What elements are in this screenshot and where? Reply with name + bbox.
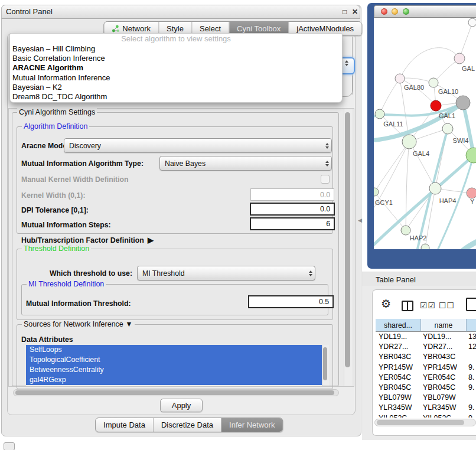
combo-stepper-icon (323, 143, 331, 149)
table-hscrollbar-thumb[interactable] (377, 420, 464, 425)
gear-icon[interactable]: ⚙ (381, 298, 391, 309)
network-node[interactable] (429, 78, 438, 87)
column-header[interactable] (467, 319, 476, 332)
table-cell: YER054C (421, 373, 467, 383)
network-node-label: GAL80 (404, 84, 424, 91)
apply-button[interactable]: Apply (160, 399, 203, 412)
deselect-all-checkboxes-icon[interactable]: ☐☐ (439, 301, 455, 310)
algorithm-option[interactable]: Bayesian – K2 (10, 83, 342, 92)
bottom-tab-impute-data[interactable]: Impute Data (96, 418, 154, 432)
network-node[interactable] (431, 100, 441, 111)
select-all-checkboxes-icon[interactable]: ☑☑ (420, 301, 436, 310)
settings-scrollbar-thumb[interactable] (345, 112, 350, 367)
table-cell: 9. (467, 383, 476, 393)
table-document-icon[interactable] (466, 298, 476, 311)
attributes-hscrollbar-thumb[interactable] (15, 390, 334, 395)
window-close-traffic-light[interactable] (381, 8, 387, 15)
network-node[interactable] (401, 226, 410, 235)
dpi-tolerance-label: DPI Tolerance [0,1]: (21, 206, 89, 214)
control-panel-title: Control Panel (6, 7, 53, 16)
network-node[interactable] (456, 96, 470, 110)
network-node-label: HAP2 (410, 234, 427, 242)
table-row[interactable]: YDR27...YDR27...12 (376, 342, 476, 352)
table-cell: YER054C (376, 373, 421, 383)
mi-steps-field[interactable]: 6 (250, 217, 335, 230)
hub-definition-toggle[interactable]: Hub/Transcription Factor Definition▶ (21, 236, 154, 244)
table-cell: YPR145W (421, 363, 467, 373)
mi-type-value: Naive Bayes (160, 159, 206, 168)
which-threshold-combo[interactable]: MI Threshold (137, 266, 315, 281)
table-row[interactable]: YBR045CYBR045C9. (376, 383, 476, 393)
dpi-tolerance-value: 0.0 (320, 205, 334, 213)
table-cell (467, 352, 476, 362)
bottom-tab-discretize-data[interactable]: Discretize Data (154, 418, 221, 432)
network-node[interactable] (374, 188, 379, 196)
window-minimize-traffic-light[interactable] (392, 8, 398, 15)
network-node[interactable] (467, 188, 476, 198)
algorithm-option[interactable]: ARACNE Algorithm (10, 63, 342, 73)
network-canvas[interactable]: GALGAL80GAL10GAL1GAL11SWI4GAL4GCY1HAP4YH… (374, 18, 476, 249)
mi-threshold-field[interactable]: 0.5 (248, 295, 334, 308)
attribute-list-item[interactable]: TopologicalCoefficient (26, 355, 328, 365)
attribute-list-item[interactable]: BetweennessCentrality (26, 365, 328, 375)
table-cell: YLR345W (421, 403, 467, 413)
table-cell: YPR145W (376, 363, 421, 373)
table-row[interactable]: YBR043CYBR043C (376, 352, 476, 362)
network-node[interactable] (442, 123, 453, 134)
algorithm-option[interactable]: Bayesian – Hill Climbing (10, 44, 342, 54)
algorithm-dropdown-items: Bayesian – Hill ClimbingBasic Correlatio… (10, 44, 342, 102)
network-node[interactable] (375, 109, 384, 119)
close-icon[interactable]: ✕ (352, 8, 358, 16)
network-node[interactable] (402, 135, 416, 149)
network-window-titlebar[interactable] (374, 5, 476, 18)
table-row[interactable]: YIL052CYIL052C9 (376, 413, 476, 418)
attribute-list-item[interactable]: gal4RGexp (26, 375, 328, 385)
aracne-mode-combo[interactable]: Discovery (64, 138, 332, 153)
network-node[interactable] (395, 74, 405, 83)
kernel-width-value: 0.0 (320, 191, 334, 199)
data-attributes-list: SelfLoopsTopologicalCoefficientBetweenne… (26, 345, 328, 386)
algorithm-dropdown-placeholder: Select algorithm to view settings (10, 34, 342, 44)
table-row[interactable]: YDL19...YDL19...13 (376, 332, 476, 342)
manual-kernel-checkbox[interactable] (321, 175, 330, 184)
table-row[interactable]: YER054CYER054C8. (376, 373, 476, 383)
column-header[interactable]: shared... (376, 319, 421, 332)
table-cell: 9. (467, 363, 476, 373)
table-row[interactable]: YPR145WYPR145W9. (376, 363, 476, 373)
algorithm-dropdown-popup: Select algorithm to view settings Bayesi… (9, 33, 343, 103)
combo-stepper-icon (323, 161, 331, 167)
column-header[interactable]: name (421, 319, 467, 332)
bottom-tabs: Impute DataDiscretize DataInfer Network (95, 418, 283, 432)
tab-label: Impute Data (103, 420, 145, 429)
network-node[interactable] (429, 182, 441, 194)
attributes-vscrollbar-thumb[interactable] (323, 347, 327, 380)
expanded-arrow-icon[interactable]: ▼ (125, 320, 132, 328)
tab-label: Select (200, 24, 221, 33)
bottom-tab-infer-network[interactable]: Infer Network (221, 418, 282, 432)
window-zoom-traffic-light[interactable] (403, 8, 409, 15)
table-cell: 9. (467, 403, 476, 413)
table-row[interactable]: YLR345WYLR345W9. (376, 403, 476, 413)
network-node[interactable] (454, 53, 465, 64)
algorithm-option[interactable]: Mutual Information Inference (10, 73, 342, 83)
mi-type-combo[interactable]: Naive Bayes (159, 156, 332, 171)
network-node-label: GAL (462, 65, 475, 72)
sources-group-title: Sources for Network Inference ▼ (22, 320, 135, 328)
network-node[interactable] (468, 18, 476, 27)
combo-stepper-icon (307, 270, 315, 276)
attribute-list-item[interactable]: SelfLoops (26, 345, 328, 355)
table-cell: YBR045C (421, 383, 467, 393)
columns-icon[interactable] (402, 301, 413, 311)
split-divider-arrow-icon[interactable]: ◀ (358, 217, 362, 223)
manual-kernel-label: Manual Kernel Width Definition (21, 175, 129, 184)
mi-threshold-group-title: MI Threshold Definition (27, 280, 106, 288)
collapsed-panel-icon[interactable] (4, 442, 15, 450)
algorithm-option[interactable]: Basic Correlation Inference (10, 54, 342, 63)
network-node[interactable] (421, 244, 429, 249)
dpi-tolerance-field[interactable]: 0.0 (250, 203, 335, 216)
table-cell: YDL19... (376, 332, 421, 342)
table-row[interactable]: YBL079WYBL079W (376, 393, 476, 403)
algorithm-option[interactable]: Dream8 DC_TDC Algorithm (10, 92, 342, 102)
kernel-width-field[interactable]: 0.0 (250, 188, 334, 201)
table-cell: 8. (467, 373, 476, 383)
